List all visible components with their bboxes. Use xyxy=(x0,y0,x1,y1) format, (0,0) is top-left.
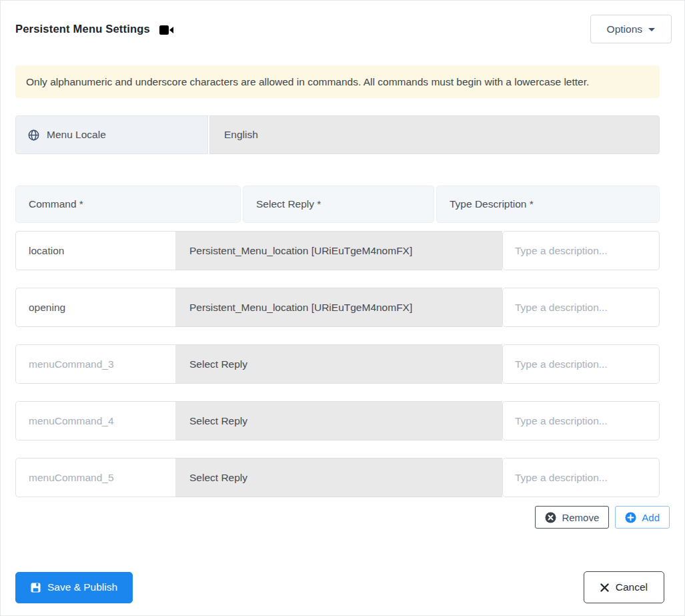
panel-footer: Save & Publish Cancel xyxy=(1,571,684,603)
options-button-label: Options xyxy=(607,23,642,35)
chevron-down-icon xyxy=(648,28,655,31)
command-input[interactable] xyxy=(15,458,175,497)
command-input[interactable] xyxy=(15,288,175,327)
select-reply-dropdown[interactable]: Persistent_Menu_location [URiEuTgeM4nomF… xyxy=(175,231,502,270)
save-publish-button[interactable]: Save & Publish xyxy=(15,572,133,603)
table-row: Persistent_Menu_location [URiEuTgeM4nomF… xyxy=(15,231,660,270)
menu-locale-group: Menu Locale xyxy=(15,115,660,154)
table-row: Select Reply xyxy=(15,401,660,440)
menu-locale-label: Menu Locale xyxy=(15,115,208,154)
alert-text: Only alphanumeric and underscore charact… xyxy=(26,76,589,88)
table-row: Select Reply xyxy=(15,344,660,384)
remove-row-button[interactable]: Remove xyxy=(535,506,609,529)
description-input[interactable] xyxy=(502,231,660,270)
page-title: Persistent Menu Settings xyxy=(15,23,150,35)
x-circle-icon xyxy=(545,512,556,523)
column-header-type-description: Type Description * xyxy=(436,186,660,223)
remove-button-label: Remove xyxy=(562,512,599,523)
plus-circle-icon xyxy=(625,512,636,523)
select-reply-dropdown[interactable]: Select Reply xyxy=(175,401,502,440)
command-input[interactable] xyxy=(15,344,175,384)
save-publish-label: Save & Publish xyxy=(47,581,117,593)
globe-icon xyxy=(28,129,39,141)
command-input[interactable] xyxy=(15,401,175,440)
table-row: Persistent_Menu_location [URiEuTgeM4nomF… xyxy=(15,288,660,327)
save-icon xyxy=(31,583,41,593)
x-icon xyxy=(600,583,609,592)
persistent-menu-settings-panel: Persistent Menu Settings Options Only al… xyxy=(0,0,685,616)
description-input[interactable] xyxy=(502,288,660,327)
menu-locale-label-text: Menu Locale xyxy=(47,129,106,141)
description-input[interactable] xyxy=(502,458,660,497)
column-header-select-reply: Select Reply * xyxy=(243,186,434,223)
select-reply-dropdown[interactable]: Select Reply xyxy=(175,458,502,497)
command-input[interactable] xyxy=(15,231,175,270)
column-header-command: Command * xyxy=(15,186,241,223)
description-input[interactable] xyxy=(502,401,660,440)
panel-header: Persistent Menu Settings Options xyxy=(1,1,684,57)
table-header-row: Command * Select Reply * Type Descriptio… xyxy=(15,186,660,223)
add-button-label: Add xyxy=(642,512,660,523)
add-row-button[interactable]: Add xyxy=(615,506,670,529)
row-actions: Remove Add xyxy=(1,506,670,529)
description-input[interactable] xyxy=(502,344,660,384)
table-row: Select Reply xyxy=(15,458,660,497)
cancel-button[interactable]: Cancel xyxy=(584,571,664,603)
commands-warning-alert: Only alphanumeric and underscore charact… xyxy=(15,65,660,98)
select-reply-dropdown[interactable]: Persistent_Menu_location [URiEuTgeM4nomF… xyxy=(175,288,502,327)
video-camera-icon xyxy=(159,25,174,35)
select-reply-dropdown[interactable]: Select Reply xyxy=(175,344,502,384)
cancel-button-label: Cancel xyxy=(616,581,648,593)
menu-locale-value-field[interactable] xyxy=(209,115,660,154)
options-button[interactable]: Options xyxy=(590,15,672,43)
